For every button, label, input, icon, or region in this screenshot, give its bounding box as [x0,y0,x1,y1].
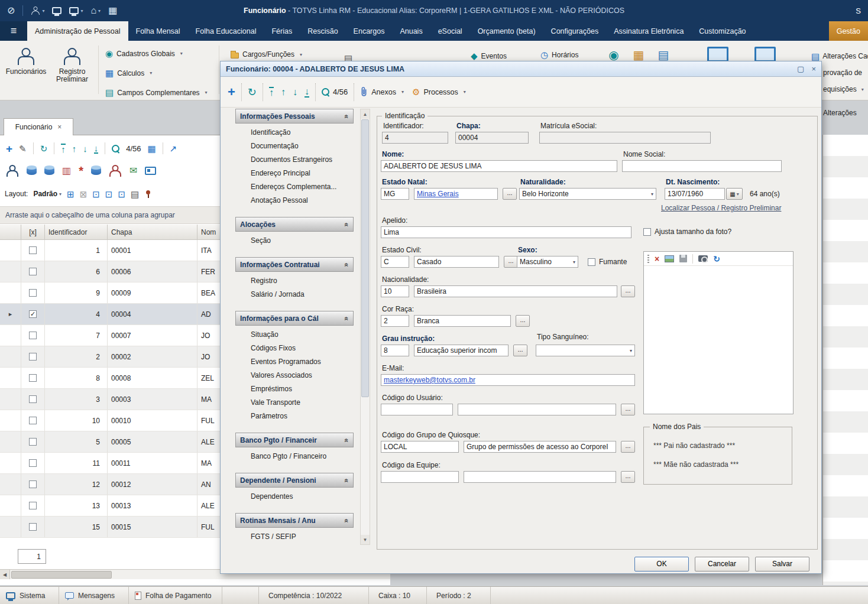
cancel-button[interactable]: Cancelar [695,557,749,571]
codigo-quiosque-code-input[interactable]: LOCAL [381,441,459,453]
layout-add-icon[interactable]: ⊞ [67,190,75,199]
layout-select[interactable]: Padrão ▾ [33,190,61,198]
collapse-icon[interactable]: « [343,316,351,320]
book-icon[interactable]: ▤ [656,48,671,62]
remote-access-icon[interactable] [707,47,728,62]
edit-record-icon[interactable]: ✎ [19,144,27,153]
cadastros-globais-menu[interactable]: ◉ Cadastros Globais ▾ [105,49,183,58]
scroll-down-button[interactable]: ▼ [361,535,370,544]
remove-employee-icon[interactable] [109,164,122,177]
cor-raca-desc-input[interactable]: Branca [414,315,511,327]
refresh-icon[interactable]: ↻ [40,144,48,153]
scrollbar-thumb[interactable] [11,571,112,579]
nav-item-registro[interactable]: Registro [235,274,354,288]
nacionalidade-desc-input[interactable]: Brasileira [414,285,617,297]
load-image-icon[interactable] [665,255,674,262]
first-record-icon[interactable]: ↑ [269,87,274,98]
maximize-icon[interactable]: ▢ [797,64,804,73]
row-checkbox[interactable] [21,389,45,410]
nav-item-documentos-estrangeiros[interactable]: Documentos Estrangeiros [235,153,354,167]
calendar-picker-button[interactable]: ▦▾ [726,188,743,200]
previous-record-icon[interactable]: ↑ [281,87,286,97]
envelope-icon[interactable]: ✉ [129,166,137,176]
tab-assinatura-eletronica[interactable]: Assinatura Eletrônica [606,21,691,41]
tab-orcamento-beta[interactable]: Orçamento (beta) [470,21,543,41]
wizard-icon[interactable]: * [79,165,83,177]
apps-grid-icon[interactable]: ▦ [108,6,117,15]
aprovacao-item[interactable]: provação de [823,66,862,79]
layout-export-icon[interactable]: ⊡ [105,190,113,199]
add-employee-icon[interactable] [6,164,19,177]
nav-header[interactable]: Alocações« [235,217,354,232]
row-checkbox[interactable] [21,410,45,431]
row-checkbox[interactable] [21,431,45,452]
nav-header[interactable]: Dependente / Pensioni« [235,473,354,488]
codigo-equipe-desc-input[interactable] [464,471,616,483]
profile-menu-icon[interactable]: ▾ [31,6,44,15]
alteracoes-item[interactable]: Alterações [823,106,857,119]
eventos-menu[interactable]: ◆ Eventos [471,51,507,60]
identificador-input[interactable]: 4 [382,132,448,144]
collapse-icon[interactable]: « [343,262,351,267]
sexo-select[interactable]: Masculino▾ [517,256,578,268]
collapse-icon[interactable]: « [343,222,351,226]
tab-folha-educacional[interactable]: Folha Educacional [188,21,264,41]
nacionalidade-lookup-button[interactable]: ... [621,285,635,297]
nav-item-documentacao[interactable]: Documentação [235,139,354,153]
tab-encargos[interactable]: Encargos [346,21,393,41]
grau-instrucao-desc-input[interactable]: Educação superior incom [414,345,509,356]
nav-header[interactable]: Rotinas Mensais / Anu« [235,513,354,528]
main-menu-button[interactable]: ≡ [0,21,27,41]
header-identificador[interactable]: Identificador [45,225,108,239]
row-checkbox[interactable] [21,325,45,346]
collapse-icon[interactable]: « [343,478,351,482]
layout-up-icon[interactable]: ⊡ [118,190,125,199]
nav-item-emprestimos[interactable]: Empréstimos [235,382,354,396]
nav-item-secao[interactable]: Seção [235,234,354,248]
chart-icon[interactable]: ▥ [62,166,71,176]
nome-social-input[interactable] [622,160,782,172]
nav-item-fgts-sefip[interactable]: FGTS / SEFIP [235,530,354,544]
print-icon[interactable]: ▤ [131,190,139,199]
vertical-scrollbar[interactable]: ▲ ▼ [360,109,370,545]
row-checkbox[interactable] [21,346,45,367]
nav-item-banco-pgto-financeiro[interactable]: Banco Pgto / Financeiro [235,450,354,463]
layout-delete-icon[interactable]: ⊠ [80,190,88,199]
status-mensagens[interactable]: Mensagens [59,587,129,604]
row-checkbox[interactable] [21,261,45,282]
campos-complementares-menu[interactable]: ▤ Campos Complementares ▾ [105,88,208,97]
calculation-database-icon[interactable] [44,167,54,175]
estado-civil-desc-input[interactable]: Casado [414,256,499,268]
layout-import-icon[interactable]: ⊡ [92,190,100,199]
save-image-icon[interactable] [679,255,687,262]
tab-anuais[interactable]: Anuais [392,21,430,41]
codigo-usuario-code-input[interactable] [381,404,453,415]
add-record-icon[interactable]: + [228,86,235,99]
refresh-photo-icon[interactable]: ↻ [713,255,720,263]
anexos-menu[interactable]: Anexos ▾ [360,87,404,97]
badge-icon[interactable] [145,167,156,175]
document-tab-funcionario[interactable]: Funcionário × [4,118,73,135]
row-checkbox[interactable] [21,368,45,388]
pin-icon[interactable] [144,190,151,198]
dialog-titlebar[interactable]: Funcionário: 00004 - ADALBERTO DE JESUS … [221,61,821,77]
tab-configuracoes[interactable]: Configurações [543,21,607,41]
export-icon[interactable]: ↗ [170,144,177,153]
email-input[interactable]: masterkeyweb@totvs.com.br [381,374,635,386]
registro-preliminar-button[interactable]: Registro Preliminar [50,44,95,83]
funcionarios-button[interactable]: Funcionários [4,44,48,76]
row-checkbox[interactable] [21,495,45,516]
header-chapa[interactable]: Chapa [108,225,197,239]
camera-icon[interactable] [698,255,708,262]
scroll-up-button[interactable]: ▲ [361,109,370,119]
calculos-menu[interactable]: ▦ Cálculos ▾ [105,69,152,77]
localizar-pessoa-link[interactable]: Localizar Pessoa / Registro Preliminar [661,204,781,212]
scrollbar-thumb[interactable] [361,119,369,397]
window-menu-icon[interactable]: ▾ [69,7,83,14]
close-icon[interactable]: × [811,64,816,73]
terminal-icon[interactable] [754,47,776,62]
codigo-equipe-code-input[interactable] [381,471,459,483]
chapa-input[interactable]: 00004 [455,132,529,144]
columns-icon[interactable]: ▦ [148,144,156,153]
next-record-icon[interactable]: ↓ [293,87,297,97]
